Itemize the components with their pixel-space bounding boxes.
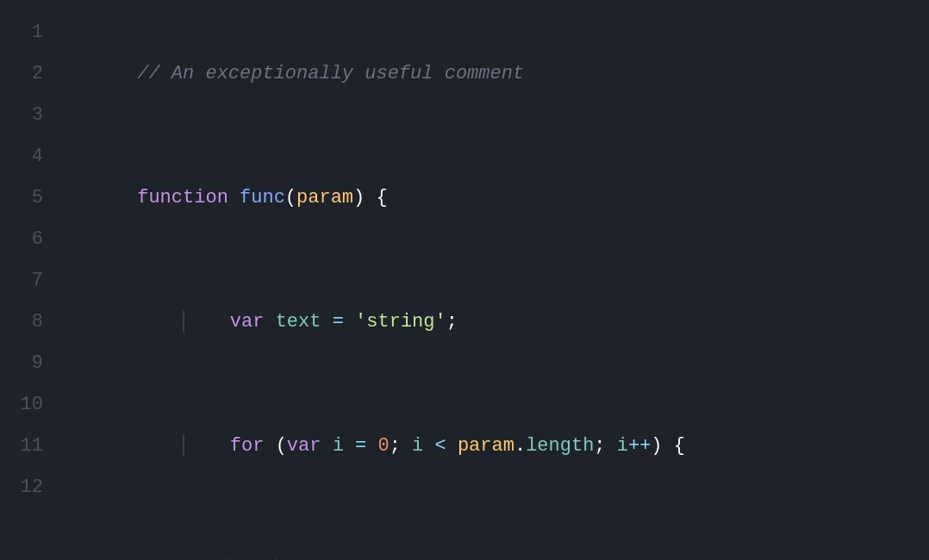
line-num-10: 10 [21, 384, 43, 426]
paren-open: ( [285, 187, 296, 208]
op-eq-2: = [344, 435, 378, 457]
var-i-3: i [606, 435, 628, 457]
line-num-1: 1 [32, 12, 43, 53]
indent-1 [137, 435, 183, 457]
num-zero: 0 [377, 435, 389, 457]
line-num-2: 2 [32, 53, 43, 95]
line-num-7: 7 [32, 260, 43, 302]
line-num-8: 8 [32, 302, 43, 343]
indent-1 [137, 311, 183, 333]
func-name-token: func [240, 187, 285, 208]
comment-token: // An exceptionally useful comment [137, 63, 524, 84]
line-num-9: 9 [32, 343, 43, 384]
code-line-3: var text = 'string'; [69, 260, 929, 384]
line-num-12: 12 [21, 467, 43, 508]
semi-1: ; [446, 311, 458, 333]
op-lt: < [423, 435, 458, 457]
brace-for-open: { [663, 435, 685, 457]
var-i-2: i [401, 435, 423, 457]
string-token: 'string' [355, 311, 446, 333]
code-line-1: // An exceptionally useful comment [69, 12, 929, 136]
line-num-3: 3 [32, 95, 43, 136]
line-numbers: 1 2 3 4 5 6 7 8 9 10 11 12 [0, 9, 60, 551]
semi-2: ; [390, 435, 401, 457]
code-editor: 1 2 3 4 5 6 7 8 9 10 11 12 // An excepti… [0, 0, 929, 560]
keyword-for: for [230, 435, 276, 457]
code-line-2: function func(param) { [69, 136, 929, 260]
param-ref: param [458, 435, 514, 457]
paren-close: ) [353, 187, 365, 208]
op-eq-1: = [321, 311, 355, 333]
brace-open: { [365, 187, 387, 208]
var-text: text [276, 311, 321, 333]
code-line-5: text += i; [69, 508, 929, 560]
code-content[interactable]: // An exceptionally useful comment funct… [60, 9, 929, 551]
op-inc: ++ [628, 435, 651, 457]
paren-for-open: ( [276, 435, 287, 457]
line-num-6: 6 [32, 219, 43, 260]
line-num-11: 11 [21, 426, 43, 467]
line-num-4: 4 [32, 136, 43, 177]
indent-2 [196, 311, 230, 333]
dot-1: . [514, 435, 526, 457]
semi-3: ; [594, 435, 605, 457]
indent-2 [196, 435, 230, 457]
prop-length: length [526, 435, 594, 457]
keyword-var-2: var [287, 435, 333, 457]
keyword-function: function [137, 187, 240, 208]
var-i: i [333, 435, 344, 457]
line-num-5: 5 [32, 177, 43, 219]
keyword-var: var [230, 311, 276, 333]
code-line-4: for (var i = 0; i < param.length; i++) { [69, 384, 929, 508]
paren-for-close: ) [651, 435, 662, 457]
param-token: param [296, 187, 353, 208]
